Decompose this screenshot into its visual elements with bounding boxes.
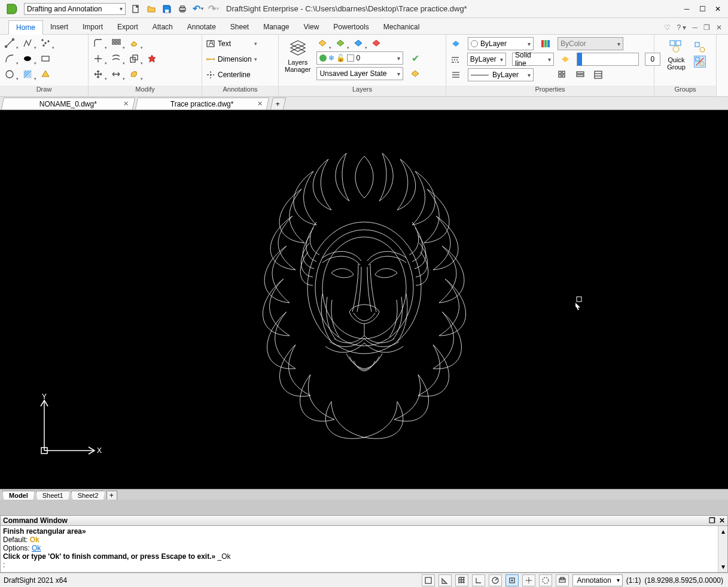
polygon-tool-icon[interactable] bbox=[39, 68, 51, 80]
layer-apply-icon[interactable]: ✔ bbox=[409, 52, 421, 64]
prop-list3-icon[interactable] bbox=[592, 69, 604, 81]
doc-tab-noname[interactable]: NONAME_0.dwg*✕ bbox=[1, 98, 135, 110]
ribbon-tab-mechanical[interactable]: Mechanical bbox=[376, 20, 427, 34]
layer-iso-icon[interactable] bbox=[316, 37, 328, 49]
redo-icon[interactable]: ↷▾ bbox=[208, 4, 219, 14]
ribbon-tab-attach[interactable]: Attach bbox=[145, 20, 180, 34]
explode-tool-icon[interactable] bbox=[146, 53, 158, 65]
cmd-prompt[interactable]: : bbox=[3, 561, 725, 569]
print-icon[interactable] bbox=[177, 4, 188, 14]
sb-lwt-icon[interactable] bbox=[539, 574, 552, 586]
cmd-scrollbar[interactable]: ▴▾ bbox=[718, 526, 727, 572]
save-file-icon[interactable] bbox=[162, 4, 172, 14]
sb-grid-icon[interactable] bbox=[455, 574, 468, 586]
sb-polar-icon[interactable] bbox=[489, 574, 502, 586]
sb-esnap-icon[interactable] bbox=[505, 574, 519, 586]
scale-tool-icon[interactable] bbox=[128, 53, 140, 65]
paint-tool-icon[interactable] bbox=[128, 68, 140, 80]
sheet-tab-model[interactable]: Model bbox=[2, 491, 35, 500]
prop-linetype-icon[interactable] bbox=[450, 53, 461, 65]
sb-ortho-icon[interactable] bbox=[472, 574, 485, 586]
layers-manager-button[interactable]: LayersManager bbox=[282, 37, 313, 74]
stretch-tool-icon[interactable] bbox=[110, 68, 122, 80]
group-edit-icon[interactable] bbox=[694, 41, 706, 53]
ribbon-tab-powertools[interactable]: Powertools bbox=[326, 20, 376, 34]
layer-lock-icon[interactable] bbox=[352, 37, 364, 49]
prop-lineweight-selector[interactable]: ByLayer bbox=[468, 68, 534, 81]
favorite-icon[interactable]: ♡ bbox=[664, 23, 671, 32]
layer-state-selector[interactable]: Unsaved Layer State bbox=[316, 67, 403, 80]
sb-annotation-scale[interactable]: Annotation bbox=[572, 574, 622, 586]
workspace-selector[interactable]: Drafting and Annotation bbox=[24, 3, 126, 15]
doc-tab-add-button[interactable]: + bbox=[270, 98, 286, 110]
ribbon-tab-annotate[interactable]: Annotate bbox=[180, 20, 223, 34]
drawing-canvas[interactable]: Y X bbox=[0, 110, 728, 489]
new-file-icon[interactable] bbox=[130, 4, 141, 14]
ribbon-tab-manage[interactable]: Manage bbox=[256, 20, 296, 34]
prop-linetype-selector[interactable]: ByLayer bbox=[467, 53, 506, 66]
inner-minimize-icon[interactable]: ─ bbox=[692, 23, 697, 32]
sb-btn-2[interactable] bbox=[438, 574, 452, 586]
ribbon-tab-export[interactable]: Export bbox=[110, 20, 145, 34]
color-palette-icon[interactable] bbox=[540, 38, 552, 50]
maximize-button[interactable]: ☐ bbox=[696, 2, 709, 16]
sb-btn-1[interactable] bbox=[422, 574, 435, 586]
ribbon-tab-view[interactable]: View bbox=[297, 20, 327, 34]
ungroup-icon[interactable] bbox=[694, 56, 706, 68]
erase-tool-icon[interactable] bbox=[128, 37, 140, 49]
rectangle-tool-icon[interactable] bbox=[39, 53, 51, 65]
sheet-tab-add-button[interactable]: + bbox=[106, 491, 117, 500]
layer-state-manage-icon[interactable] bbox=[409, 68, 421, 80]
prop-list2-icon[interactable] bbox=[574, 69, 586, 81]
inner-close-icon[interactable]: ✕ bbox=[716, 23, 722, 32]
prop-plotstyle-selector[interactable]: ByColor bbox=[558, 37, 623, 50]
cmd-line-3b[interactable]: Ok bbox=[32, 544, 41, 552]
arc-tool-icon[interactable] bbox=[4, 53, 16, 65]
trim-tool-icon[interactable] bbox=[92, 53, 104, 65]
layer-freeze-icon[interactable] bbox=[334, 37, 346, 49]
doc-tab-trace[interactable]: Trace practice.dwg*✕ bbox=[135, 98, 269, 110]
minimize-button[interactable]: ─ bbox=[680, 2, 693, 16]
ribbon-tab-import[interactable]: Import bbox=[75, 20, 110, 34]
undo-icon[interactable]: ↶▾ bbox=[193, 4, 203, 14]
ribbon-tab-home[interactable]: Home bbox=[8, 20, 43, 35]
point-tool-icon[interactable] bbox=[39, 37, 51, 49]
ellipse-tool-icon[interactable] bbox=[22, 53, 33, 65]
prop-lineweight-button-icon[interactable] bbox=[560, 53, 571, 65]
array-tool-icon[interactable] bbox=[110, 37, 122, 49]
line-tool-icon[interactable] bbox=[4, 37, 16, 49]
sb-etrack-icon[interactable] bbox=[522, 574, 535, 586]
cmd-close-icon[interactable]: ✕ bbox=[719, 516, 725, 525]
prop-list1-icon[interactable] bbox=[556, 69, 568, 81]
ribbon-tab-sheet[interactable]: Sheet bbox=[223, 20, 256, 34]
polyline-tool-icon[interactable] bbox=[22, 37, 33, 49]
prop-color-icon[interactable] bbox=[450, 38, 462, 50]
prop-lineweight-icon[interactable] bbox=[450, 69, 462, 81]
doc-tab-noname-close-icon[interactable]: ✕ bbox=[123, 100, 129, 108]
scroll-up-icon[interactable]: ▴ bbox=[721, 527, 725, 536]
scroll-down-icon[interactable]: ▾ bbox=[721, 562, 725, 571]
offset-tool-icon[interactable] bbox=[110, 53, 122, 65]
fillet-tool-icon[interactable] bbox=[92, 37, 104, 49]
prop-linepattern-selector[interactable]: Solid line bbox=[512, 53, 554, 66]
inner-restore-icon[interactable]: ❐ bbox=[703, 23, 710, 32]
open-file-icon[interactable] bbox=[146, 4, 157, 14]
circle-tool-icon[interactable] bbox=[4, 68, 16, 80]
command-window-body[interactable]: Finish rectangular area» Default: Ok Opt… bbox=[0, 526, 728, 573]
text-tool-button[interactable]: AText▾ bbox=[206, 37, 257, 50]
move-tool-icon[interactable] bbox=[92, 68, 104, 80]
ribbon-tab-insert[interactable]: Insert bbox=[43, 20, 75, 34]
dimension-tool-button[interactable]: Dimension▾ bbox=[206, 53, 257, 66]
layer-off-icon[interactable] bbox=[370, 37, 382, 49]
sheet-tab-sheet1[interactable]: Sheet1 bbox=[36, 491, 70, 500]
layer-selector[interactable]: ❄ 🔓 0 bbox=[316, 51, 403, 65]
prop-color-selector[interactable]: ByLayer bbox=[468, 37, 534, 50]
close-button[interactable]: ✕ bbox=[711, 2, 724, 16]
quick-group-button[interactable]: QuickGroup bbox=[665, 37, 688, 72]
sb-qinput-icon[interactable] bbox=[556, 574, 569, 586]
help-icon[interactable]: ? ▾ bbox=[677, 23, 686, 32]
sheet-tab-sheet2[interactable]: Sheet2 bbox=[71, 491, 105, 500]
doc-tab-trace-close-icon[interactable]: ✕ bbox=[257, 100, 263, 108]
centerline-tool-button[interactable]: Centerline bbox=[206, 68, 257, 81]
cmd-dock-icon[interactable]: ❐ bbox=[709, 516, 715, 525]
